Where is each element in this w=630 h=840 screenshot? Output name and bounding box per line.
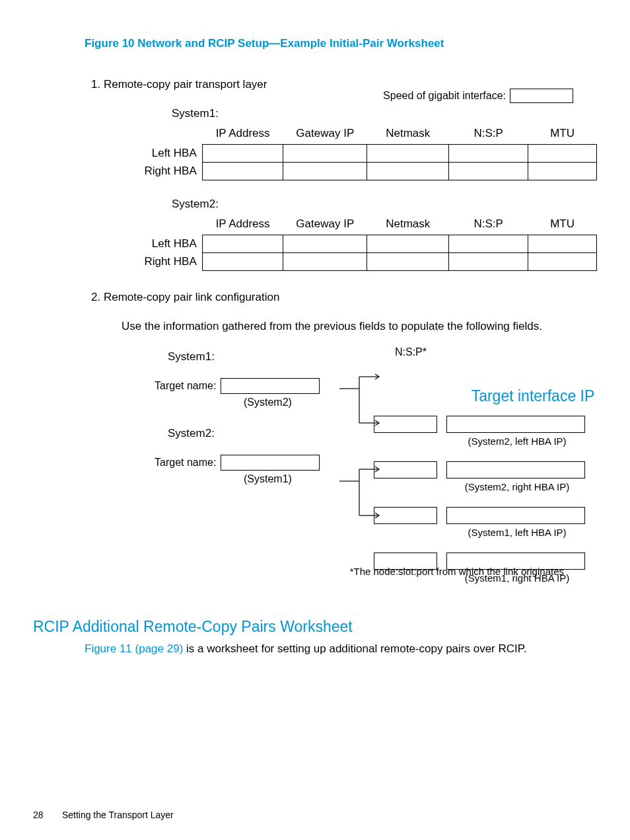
target-name-input-1[interactable]: [221, 378, 320, 394]
system2-block: System2: IP Address Gateway IP Netmask N…: [139, 198, 597, 271]
table-row: Right HBA: [139, 253, 597, 271]
heading-rcip-additional: RCIP Additional Remote-Copy Pairs Worksh…: [33, 618, 597, 636]
system1-block: System1: IP Address Gateway IP Netmask N…: [139, 107, 597, 180]
target-name-label: Target name:: [155, 380, 221, 392]
cell[interactable]: [449, 145, 528, 163]
system1-label: System1:: [172, 107, 597, 120]
cell[interactable]: [367, 163, 449, 180]
section-2-instruction: Use the information gathered from the pr…: [122, 320, 557, 333]
nsp-input[interactable]: [374, 553, 437, 570]
row-left-hba: Left HBA: [139, 235, 202, 253]
target-name-label: Target name:: [155, 457, 221, 469]
page: Figure 10 Network and RCIP Setup—Example…: [0, 0, 630, 840]
system2-table: IP Address Gateway IP Netmask N:S:P MTU …: [139, 217, 597, 271]
link-system1-label: System1:: [168, 350, 339, 363]
col-nsp: N:S:P: [449, 127, 528, 145]
cell[interactable]: [528, 163, 597, 180]
target-ip-input[interactable]: [446, 416, 585, 433]
page-footer: 28 Setting the Transport Layer: [33, 810, 174, 820]
target-row: Target name:: [155, 455, 339, 471]
footer-title: Setting the Transport Layer: [62, 810, 174, 820]
figure-caption: Figure 10 Network and RCIP Setup—Example…: [85, 37, 597, 50]
link-entry: [374, 553, 618, 570]
col-nm: Netmask: [367, 127, 449, 145]
cell[interactable]: [202, 145, 283, 163]
cell[interactable]: [283, 253, 367, 271]
annot-a: (System2, left HBA IP): [448, 436, 586, 447]
link-entry: [374, 416, 618, 433]
col-gw: Gateway IP: [283, 217, 367, 235]
col-nm: Netmask: [367, 217, 449, 235]
target-ip-input[interactable]: [446, 507, 585, 524]
annot-d: (System1, right HBA IP): [448, 572, 586, 584]
target-ip-input[interactable]: [446, 553, 585, 570]
annot-c: (System1, left HBA IP): [448, 527, 586, 538]
paragraph-rest: is a worksheet for setting up additional…: [183, 642, 526, 655]
cell[interactable]: [367, 253, 449, 271]
link-entry: [374, 461, 618, 478]
table-row: Left HBA: [139, 235, 597, 253]
target-sub-2: (System1): [244, 473, 339, 485]
paragraph: Figure 11 (page 29) is a worksheet for s…: [85, 642, 597, 656]
cell[interactable]: [202, 253, 283, 271]
cell[interactable]: [528, 253, 597, 271]
section-2-title: 2. Remote-copy pair link configuration: [91, 291, 597, 304]
page-number: 28: [33, 810, 59, 820]
col-mtu: MTU: [528, 127, 597, 145]
link-entry: [374, 507, 618, 524]
col-mtu: MTU: [528, 217, 597, 235]
system2-label: System2:: [172, 198, 597, 211]
cell[interactable]: [449, 253, 528, 271]
row-left-hba: Left HBA: [139, 145, 202, 163]
nsp-input[interactable]: [374, 507, 437, 524]
cell[interactable]: [449, 235, 528, 253]
target-sub-1: (System2): [244, 397, 339, 408]
target-ip-input[interactable]: [446, 461, 585, 478]
cell[interactable]: [449, 163, 528, 180]
system1-table: IP Address Gateway IP Netmask N:S:P MTU …: [139, 127, 597, 180]
nsp-input[interactable]: [374, 461, 437, 478]
cell[interactable]: [283, 145, 367, 163]
col-gw: Gateway IP: [283, 127, 367, 145]
col-target-ip: Target interface IP: [448, 387, 618, 405]
speed-row: Speed of gigabit interface:: [383, 89, 573, 103]
col-ip: IP Address: [202, 217, 283, 235]
speed-label: Speed of gigabit interface:: [383, 90, 506, 102]
cell[interactable]: [367, 235, 449, 253]
target-row: Target name:: [155, 378, 339, 394]
cell[interactable]: [202, 163, 283, 180]
table-row: Left HBA: [139, 145, 597, 163]
cell[interactable]: [202, 235, 283, 253]
link-right-column: N:S:P* Target interface IP (System2, lef…: [374, 346, 618, 586]
link-config-area: System1: Target name: (System2) System2:…: [122, 350, 597, 562]
link-left-column: System1: Target name: (System2) System2:…: [155, 350, 339, 504]
table-row: Right HBA: [139, 163, 597, 180]
cell[interactable]: [528, 235, 597, 253]
col-nsp-star: N:S:P*: [374, 346, 448, 412]
nsp-input[interactable]: [374, 416, 437, 433]
annot-b: (System2, right HBA IP): [448, 481, 586, 492]
cell[interactable]: [528, 145, 597, 163]
speed-input[interactable]: [510, 89, 573, 103]
col-nsp: N:S:P: [449, 217, 528, 235]
figure-xref-link[interactable]: Figure 11 (page 29): [85, 642, 183, 655]
row-right-hba: Right HBA: [139, 253, 202, 271]
cell[interactable]: [367, 145, 449, 163]
link-system2-label: System2:: [168, 427, 339, 440]
cell[interactable]: [283, 235, 367, 253]
cell[interactable]: [283, 163, 367, 180]
row-right-hba: Right HBA: [139, 163, 202, 180]
col-ip: IP Address: [202, 127, 283, 145]
target-name-input-2[interactable]: [221, 455, 320, 471]
